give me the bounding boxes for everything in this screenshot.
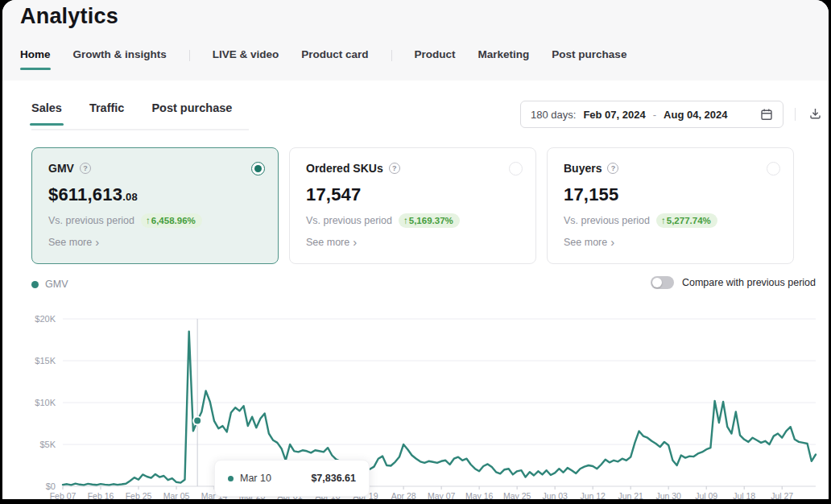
legend-dot-icon [31,281,39,288]
date-range-dash: - [653,109,656,121]
svg-text:Feb 25: Feb 25 [126,491,152,499]
svg-text:Jul 27: Jul 27 [771,491,793,499]
nav-separator [189,50,190,61]
nav-tab-product[interactable]: Product [415,48,456,70]
see-more-link[interactable]: See more› [48,237,263,248]
content-panel: Sales Traffic Post purchase 180 days: Fe… [2,81,829,499]
card-value: 17,155 [564,184,779,205]
svg-text:$5K: $5K [39,440,56,449]
card-value-decimal: .08 [122,191,138,203]
card-title: GMV [48,162,74,175]
analytics-screen: Analytics Home Growth & insights LIVE & … [2,0,829,499]
change-badge: ↑6,458.96% [141,213,202,228]
question-circle-icon[interactable]: ? [607,163,618,174]
chart-tooltip: Mar 10 $7,836.61 [214,460,370,497]
card-value: $611,613.08 [48,184,263,205]
chevron-right-icon: › [95,238,99,246]
nav-tab-product-card[interactable]: Product card [301,48,368,70]
download-icon [808,107,822,123]
svg-text:May 25: May 25 [503,491,531,499]
svg-text:Jun 21: Jun 21 [618,491,643,499]
question-circle-icon[interactable]: ? [80,163,91,174]
svg-text:$20K: $20K [35,314,56,324]
subtab-track [31,129,249,130]
compare-toggle-row: Compare with previous period [651,276,816,289]
radio-gmv[interactable] [251,162,265,176]
tooltip-series-dot-icon [228,476,234,481]
see-more-link[interactable]: See more› [564,237,779,248]
main-nav: Home Growth & insights LIVE & video Prod… [20,48,626,70]
date-range-start: Feb 07, 2024 [583,109,645,121]
compare-label: Vs. previous period [306,215,392,226]
nav-tab-growth-insights[interactable]: Growth & insights [73,48,167,70]
date-range-end: Aug 04, 2024 [664,109,728,121]
change-badge: ↑5,277.74% [656,213,717,228]
arrow-up-icon: ↑ [403,216,408,225]
metric-cards: GMV ? $611,613.08 Vs. previous period ↑6… [31,147,794,264]
svg-text:Mar 05: Mar 05 [163,491,190,499]
card-value: 17,547 [306,184,521,205]
question-circle-icon[interactable]: ? [389,163,400,174]
chevron-right-icon: › [353,238,357,246]
svg-text:Jun 12: Jun 12 [580,491,606,499]
svg-text:Jun 30: Jun 30 [655,491,681,499]
svg-text:May 07: May 07 [428,491,456,499]
compare-label: Vs. previous period [48,215,134,226]
compare-label: Vs. previous period [564,215,650,226]
gmv-chart[interactable]: $0$5K$10K$15K$20KFeb 07Feb 16Feb 25Mar 0… [2,314,829,499]
nav-tab-home[interactable]: Home [20,48,51,70]
subtab-post-purchase[interactable]: Post purchase [151,101,232,126]
svg-text:May 16: May 16 [465,491,494,499]
chevron-right-icon: › [610,238,614,246]
card-title: Ordered SKUs [306,162,383,175]
svg-text:Jul 09: Jul 09 [695,491,717,499]
metric-card-ordered-skus[interactable]: Ordered SKUs ? 17,547 Vs. previous perio… [289,147,536,264]
nav-tab-live-video[interactable]: LIVE & video [213,48,279,70]
radio-ordered-skus[interactable] [509,162,523,176]
subtab-traffic[interactable]: Traffic [89,101,125,126]
nav-tab-marketing[interactable]: Marketing [478,48,530,70]
nav-separator [391,50,392,61]
nav-tab-post-purchase[interactable]: Post purchase [552,48,626,70]
metric-card-gmv[interactable]: GMV ? $611,613.08 Vs. previous period ↑6… [31,147,279,264]
svg-text:Feb 07: Feb 07 [50,491,76,499]
arrow-up-icon: ↑ [146,216,151,225]
svg-text:Apr 28: Apr 28 [391,491,416,499]
arrow-up-icon: ↑ [661,216,666,225]
date-range-picker[interactable]: 180 days: Feb 07, 2024 - Aug 04, 2024 [520,101,783,128]
svg-text:Jun 03: Jun 03 [542,491,568,499]
svg-text:$0: $0 [46,481,56,491]
compare-toggle[interactable] [651,276,674,289]
download-button[interactable] [806,106,824,124]
date-range-prefix: 180 days: [531,109,576,121]
header: Analytics Home Growth & insights LIVE & … [2,0,829,81]
page-title: Analytics [20,4,118,29]
metric-card-buyers[interactable]: Buyers ? 17,155 Vs. previous period ↑5,2… [547,147,794,264]
radio-buyers[interactable] [767,162,780,176]
calendar-icon [760,108,773,121]
legend-label: GMV [45,279,68,290]
change-badge: ↑5,169.37% [399,213,460,228]
subtab-sales[interactable]: Sales [31,101,62,126]
svg-text:Feb 16: Feb 16 [88,491,114,499]
tooltip-date: Mar 10 [240,473,271,484]
gmv-chart-area[interactable]: $0$5K$10K$15K$20KFeb 07Feb 16Feb 25Mar 0… [2,314,829,499]
svg-text:$10K: $10K [35,398,56,407]
toggle-knob [652,278,662,287]
chart-legend: GMV [31,279,68,290]
subtabs: Sales Traffic Post purchase [31,101,232,126]
see-more-link[interactable]: See more› [306,237,521,248]
svg-text:Jul 18: Jul 18 [733,491,755,499]
svg-text:$15K: $15K [35,356,56,366]
toolbar-separator [795,108,796,121]
card-title: Buyers [564,162,602,175]
tooltip-value: $7,836.61 [311,473,356,484]
compare-toggle-label: Compare with previous period [682,277,816,288]
